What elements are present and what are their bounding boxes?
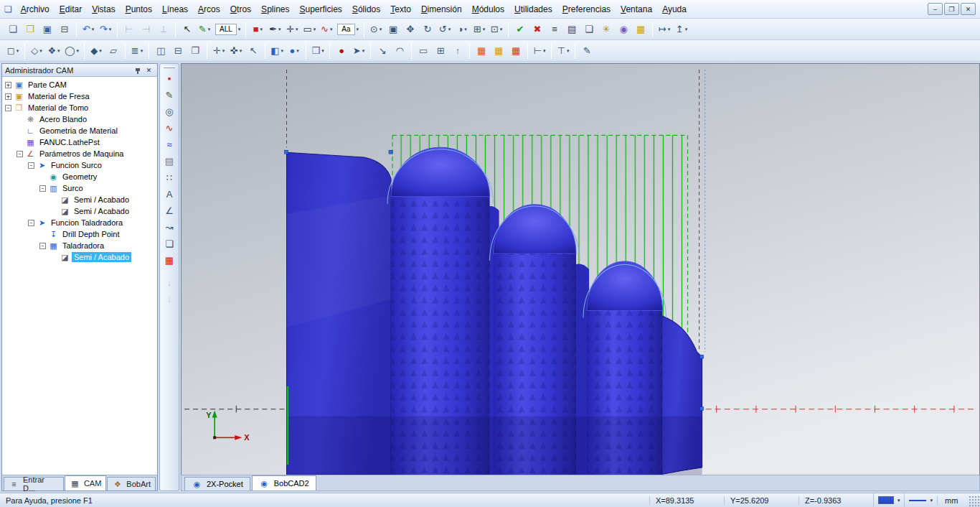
dropdown-arrow-icon[interactable]: ▾ bbox=[464, 27, 467, 32]
toolbar-grip[interactable] bbox=[164, 66, 175, 68]
dropdown-arrow-icon[interactable]: ▾ bbox=[238, 27, 241, 32]
toolbox-icon[interactable]: ❒▾ bbox=[309, 42, 326, 60]
render-icon[interactable]: ◉ bbox=[615, 21, 632, 38]
dropdown-arrow-icon[interactable]: ▾ bbox=[897, 498, 900, 503]
dropdown-arrow-icon[interactable]: ▾ bbox=[314, 27, 316, 32]
undo-icon[interactable]: ↶▾ bbox=[80, 21, 97, 38]
expander-icon[interactable]: - bbox=[28, 220, 34, 226]
vt-stock-icon[interactable]: ▪ bbox=[161, 71, 177, 86]
viewport-canvas[interactable]: Y X bbox=[181, 63, 980, 475]
dropdown-arrow-icon[interactable]: ▾ bbox=[208, 27, 211, 32]
expander-icon[interactable]: - bbox=[28, 162, 34, 169]
surface-tool-icon[interactable]: ◇▾ bbox=[28, 42, 45, 60]
arc-tool-icon[interactable]: ◠ bbox=[391, 42, 408, 60]
tree-item-drill-depth-point[interactable]: ↧Drill Depth Point bbox=[2, 228, 157, 240]
dropdown-arrow-icon[interactable]: ▾ bbox=[296, 27, 298, 32]
color-swatch-dropdown[interactable]: ▾ bbox=[873, 493, 905, 507]
pin-button[interactable] bbox=[133, 65, 143, 75]
dropdown-arrow-icon[interactable]: ▾ bbox=[141, 48, 143, 54]
close-button[interactable]: ✕ bbox=[961, 3, 976, 15]
shapes-tool-icon[interactable]: ❖▾ bbox=[45, 42, 62, 60]
vt-dots-icon[interactable]: ∷ bbox=[161, 170, 177, 185]
goto-origin-icon[interactable]: ↖ bbox=[245, 42, 262, 60]
feature-list-icon[interactable]: ≣▾ bbox=[128, 42, 146, 60]
shading-icon[interactable]: ◑▾ bbox=[453, 21, 471, 38]
dropdown-arrow-icon[interactable]: ▾ bbox=[330, 27, 333, 32]
groups-icon[interactable]: ❏ bbox=[580, 21, 598, 38]
dropdown-arrow-icon[interactable]: ▾ bbox=[77, 48, 80, 54]
print-icon[interactable]: ⊟ bbox=[56, 21, 73, 38]
align-vertical-icon[interactable]: ↥▾ bbox=[673, 21, 690, 38]
document-tab-bobcad2[interactable]: ◉BobCAD2 bbox=[252, 475, 316, 490]
dropdown-arrow-icon[interactable]: ▾ bbox=[668, 27, 671, 32]
panel-tab-cam[interactable]: ▦CAM bbox=[65, 475, 106, 490]
tree-item-geometria-de-material[interactable]: ∟Geometria de Material bbox=[2, 125, 157, 136]
dropdown-arrow-icon[interactable]: ▾ bbox=[281, 48, 283, 54]
dropdown-arrow-icon[interactable]: ▾ bbox=[240, 48, 242, 54]
dropdown-arrow-icon[interactable]: ▾ bbox=[483, 27, 486, 32]
viewport-3d-view[interactable]: Y X bbox=[182, 64, 979, 475]
vt-angle-icon[interactable]: ∠ bbox=[161, 203, 177, 218]
attributes-icon[interactable]: ✎▾ bbox=[196, 21, 213, 38]
align-horizontal-icon[interactable]: ↦▾ bbox=[656, 21, 673, 38]
tree-item-acero-blando[interactable]: ❋Acero Blando bbox=[2, 113, 157, 125]
vt-text-icon[interactable]: A bbox=[161, 187, 177, 202]
bound-right-icon[interactable]: ⊤▾ bbox=[555, 42, 572, 60]
rectangle-icon[interactable]: ▭▾ bbox=[301, 21, 318, 38]
grid-snap-icon[interactable]: ⊞▾ bbox=[471, 21, 488, 38]
vt-flow-icon[interactable]: ≈ bbox=[161, 137, 177, 152]
menu-splines[interactable]: Splines bbox=[256, 1, 294, 17]
restore-button[interactable]: ❐ bbox=[944, 3, 959, 15]
expander-icon[interactable]: - bbox=[39, 185, 46, 192]
pointstyle-icon[interactable]: ✛▾ bbox=[283, 21, 301, 38]
vt-grid-icon[interactable]: ▦ bbox=[161, 253, 177, 268]
tree-item-funcion-surco[interactable]: -➤Funcion Surco bbox=[2, 159, 157, 171]
extract-icon[interactable]: ↑ bbox=[449, 42, 466, 60]
square-tool-icon[interactable]: ◻▾ bbox=[4, 42, 22, 60]
dropdown-arrow-icon[interactable]: ▾ bbox=[39, 48, 42, 54]
ellipse-tool-icon[interactable]: ◯▾ bbox=[62, 42, 81, 60]
tree-item-taladradora[interactable]: -▦Taladradora bbox=[2, 240, 157, 251]
stretch-icon[interactable]: ↘ bbox=[374, 42, 391, 60]
menu-lineas[interactable]: Líneas bbox=[157, 1, 193, 17]
pan-icon[interactable]: ✥ bbox=[402, 21, 419, 38]
tree-item-semi-acabado[interactable]: ◪Semi / Acabado bbox=[2, 205, 157, 217]
tree-item-material-de-tomo[interactable]: -❒Material de Tomo bbox=[2, 102, 157, 113]
window-b-icon[interactable]: ⊞ bbox=[432, 42, 449, 60]
zoom-window-icon[interactable]: ▣ bbox=[385, 21, 402, 38]
cross-hair-icon[interactable]: ✛▾ bbox=[210, 42, 227, 60]
vt-arrow-icon[interactable]: ↝ bbox=[161, 220, 177, 235]
menu-solidos[interactable]: Sólidos bbox=[347, 1, 385, 17]
menu-utilidades[interactable]: Utilidades bbox=[509, 1, 557, 17]
system-menu-icon[interactable]: ❏ bbox=[4, 4, 12, 14]
vt-pen-icon[interactable]: ✎ bbox=[161, 88, 177, 103]
bound-left-icon[interactable]: ⊢▾ bbox=[531, 42, 548, 60]
vt-stamp-icon[interactable]: ▤ bbox=[161, 154, 177, 169]
zoom-icon[interactable]: ⊙▾ bbox=[367, 21, 385, 38]
linetype-icon[interactable]: ✒▾ bbox=[266, 21, 283, 38]
expander-icon[interactable]: - bbox=[5, 105, 11, 111]
redo-icon[interactable]: ↷▾ bbox=[97, 21, 114, 38]
minimize-button[interactable]: – bbox=[928, 3, 943, 15]
dropdown-arrow-icon[interactable]: ▾ bbox=[278, 27, 281, 32]
menu-archivo[interactable]: Archivo bbox=[16, 1, 55, 17]
dropdown-arrow-icon[interactable]: ▾ bbox=[685, 27, 688, 32]
dropdown-arrow-icon[interactable]: ▾ bbox=[567, 48, 570, 54]
entity-list-icon[interactable]: ≡ bbox=[546, 21, 563, 38]
dropdown-arrow-icon[interactable]: ▾ bbox=[362, 48, 365, 54]
dropdown-arrow-icon[interactable]: ▾ bbox=[380, 27, 382, 32]
image-gold-icon[interactable]: ▦ bbox=[490, 42, 507, 60]
orbit-icon[interactable]: ↺▾ bbox=[436, 21, 453, 38]
dropdown-arrow-icon[interactable]: ▾ bbox=[500, 27, 503, 32]
tree-item-semi-acabado[interactable]: ◪Semi / Acabado bbox=[2, 251, 157, 263]
split-vertical-icon[interactable]: ⊟ bbox=[169, 42, 187, 60]
panel-close-button[interactable]: ✕ bbox=[143, 65, 154, 75]
menu-vistas[interactable]: Vistas bbox=[87, 1, 120, 17]
color-icon[interactable]: ■▾ bbox=[249, 21, 266, 38]
menu-puntos[interactable]: Puntos bbox=[121, 1, 157, 17]
dropdown-arrow-icon[interactable]: ▾ bbox=[543, 48, 546, 54]
tree-item-funcion-taladradora[interactable]: -➤Funcion Taladradora bbox=[2, 217, 157, 228]
menu-otros[interactable]: Otros bbox=[225, 1, 256, 17]
dropdown-arrow-icon[interactable]: ▾ bbox=[321, 48, 324, 54]
spline-icon[interactable]: ∿▾ bbox=[318, 21, 335, 38]
